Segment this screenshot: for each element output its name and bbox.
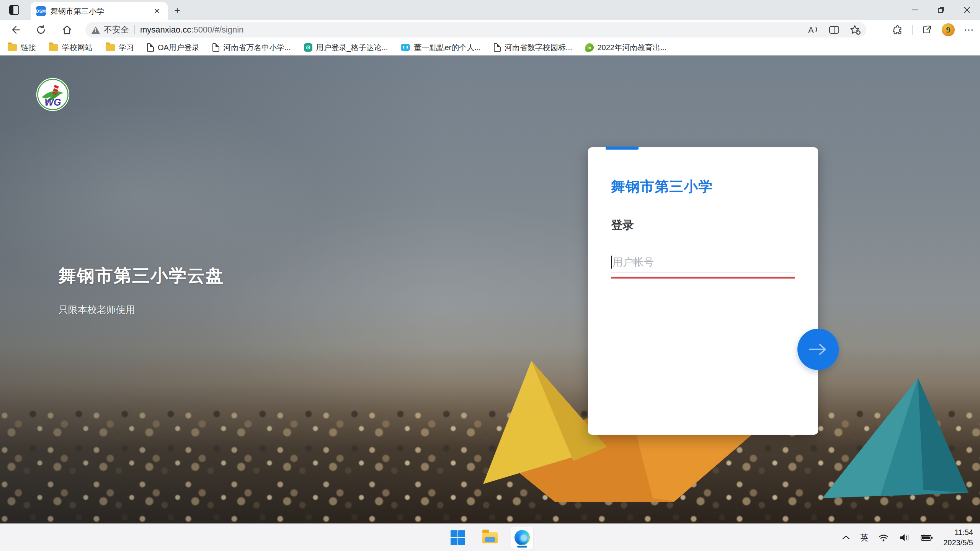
bilibili-icon (401, 44, 410, 51)
close-window-button[interactable] (954, 0, 980, 20)
bookmark-folder-study[interactable]: 学习 (106, 42, 134, 53)
browser-toolbar: 不安全 mysanxiao.cc:5000/#/signin A 9 ⋯ (0, 20, 980, 40)
hero-title: 舞钢市第三小学云盘 (59, 264, 224, 288)
tray-chevron-icon[interactable] (842, 535, 850, 541)
omnibox-divider (134, 25, 135, 34)
account-field[interactable]: 用户帐号 (611, 251, 795, 279)
ime-indicator[interactable]: 英 (860, 532, 868, 543)
volume-icon[interactable] (899, 533, 910, 542)
bookmark-bilibili[interactable]: 董一點點er的个人... (401, 42, 480, 53)
edge-icon (514, 530, 530, 545)
bookmark-gezida-login[interactable]: G用户登录_格子达论... (304, 42, 388, 53)
wifi-icon[interactable] (878, 533, 889, 542)
tray-clock[interactable]: 11:54 2023/5/5 (943, 527, 973, 548)
battery-icon[interactable] (920, 533, 933, 542)
window-controls (902, 0, 980, 20)
settings-menu-icon[interactable]: ⋯ (964, 24, 975, 36)
bookmarks-bar: 链接 学校网站 学习 OA用户登录 河南省万名中小学... G用户登录_格子达论… (0, 40, 980, 55)
bookmark-henan-education[interactable]: in2022年河南教育出... (585, 42, 667, 53)
dsm-favicon: DSM (36, 6, 46, 16)
minimize-button[interactable] (902, 0, 928, 20)
address-bar[interactable]: 不安全 mysanxiao.cc:5000/#/signin A (85, 22, 866, 37)
logo-monogram: WG (44, 97, 61, 108)
share-icon[interactable] (922, 24, 933, 35)
folder-icon (8, 44, 17, 51)
favorites-star-icon[interactable] (849, 24, 861, 35)
not-secure-icon (91, 26, 100, 34)
profile-avatar[interactable]: 9 (942, 23, 955, 36)
file-explorer-button[interactable] (479, 527, 501, 549)
bookmark-folder-links[interactable]: 链接 (8, 42, 36, 53)
svg-text:A: A (808, 25, 814, 35)
page-icon (494, 43, 501, 52)
split-screen-icon[interactable] (829, 25, 840, 34)
url-path: :5000/#/signin (191, 25, 243, 34)
browser-tab[interactable]: DSM 舞钢市第三小学 ✕ (31, 2, 168, 20)
login-school-title: 舞钢市第三小学 (611, 177, 713, 196)
hero-subtitle: 只限本校老师使用 (59, 303, 135, 316)
folder-icon (49, 44, 58, 51)
file-explorer-icon (482, 532, 498, 543)
school-logo: WG (36, 77, 70, 112)
login-tab-indicator (606, 147, 639, 150)
tab-title: 舞钢市第三小学 (51, 6, 147, 16)
windows-taskbar: 英 11:54 2023/5/5 (0, 523, 980, 551)
browser-tab-strip: DSM 舞钢市第三小学 ✕ + (0, 0, 980, 20)
folder-icon (106, 44, 115, 51)
new-tab-button[interactable]: + (172, 5, 183, 16)
arrow-right-icon (808, 342, 828, 356)
bookmark-digital-campus[interactable]: 河南省数字校园标... (494, 42, 572, 53)
url-host: mysanxiao.cc (140, 25, 191, 34)
edge-button[interactable] (511, 527, 533, 549)
back-icon[interactable] (8, 23, 21, 36)
tab-close-icon[interactable]: ✕ (152, 6, 162, 16)
login-card: 舞钢市第三小学 登录 用户帐号 (588, 147, 818, 435)
account-error-underline (611, 277, 795, 279)
home-icon[interactable] (60, 23, 74, 36)
page-icon (212, 43, 219, 52)
bookmark-henan-schools[interactable]: 河南省万名中小学... (212, 42, 291, 53)
toolbar-divider (912, 25, 913, 35)
security-label[interactable]: 不安全 (104, 24, 129, 36)
restore-button[interactable] (928, 0, 954, 20)
extensions-icon[interactable] (892, 24, 903, 35)
bookmark-folder-school-sites[interactable]: 学校网站 (49, 42, 93, 53)
tray-date: 2023/5/5 (943, 538, 973, 547)
gezida-icon: G (304, 43, 312, 52)
page-background: WG 舞钢市第三小学云盘 只限本校老师使用 舞钢市第三小学 登录 用户帐号 (0, 55, 980, 523)
leaf-icon: in (585, 43, 594, 52)
windows-logo-icon (451, 530, 465, 545)
background-vignette (0, 55, 980, 523)
tab-actions-icon[interactable] (9, 5, 19, 15)
refresh-icon[interactable] (34, 23, 47, 36)
login-heading: 登录 (611, 217, 634, 233)
text-caret (611, 256, 612, 269)
account-placeholder: 用户帐号 (612, 255, 654, 269)
url-text[interactable]: mysanxiao.cc:5000/#/signin (140, 25, 243, 35)
bookmark-oa-login[interactable]: OA用户登录 (147, 42, 199, 53)
sign-in-button[interactable] (797, 329, 839, 370)
read-aloud-icon[interactable]: A (807, 25, 819, 35)
page-icon (147, 43, 154, 52)
start-button[interactable] (447, 527, 469, 549)
tray-time: 11:54 (954, 528, 973, 536)
